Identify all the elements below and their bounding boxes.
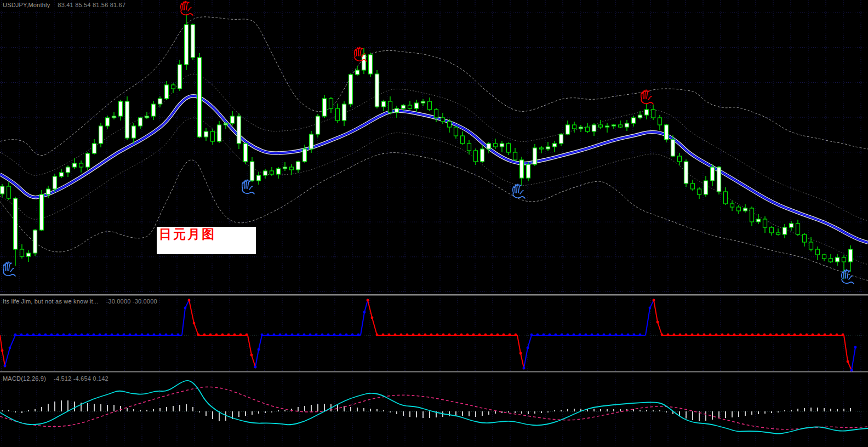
signal-panel-title: Its life Jim, but not as we know it...-3…	[3, 298, 157, 305]
price-panel-title: USDJPY,Monthly83.41 85.54 81.56 81.67	[3, 2, 125, 8]
macd-label: MACD(12,26,9)	[3, 375, 46, 382]
macd-panel-title: MACD(12,26,9)-4.512 -4.654 0.142	[3, 375, 108, 382]
annotation-text: 日元月图	[157, 227, 256, 242]
signal-indicator-values: -30.0000 -30.0000	[106, 298, 157, 305]
signal-indicator-label: Its life Jim, but not as we know it...	[3, 298, 99, 305]
macd-values: -4.512 -4.654 0.142	[54, 375, 108, 382]
symbol-period-label: USDJPY,Monthly	[3, 2, 50, 8]
mt4-chart-window: USDJPY,Monthly83.41 85.54 81.56 81.67 It…	[0, 0, 868, 447]
ohlc-values: 83.41 85.54 81.56 81.67	[58, 2, 125, 8]
text-label-annotation[interactable]: 日元月图	[157, 227, 256, 254]
chart-canvas[interactable]	[0, 0, 868, 447]
